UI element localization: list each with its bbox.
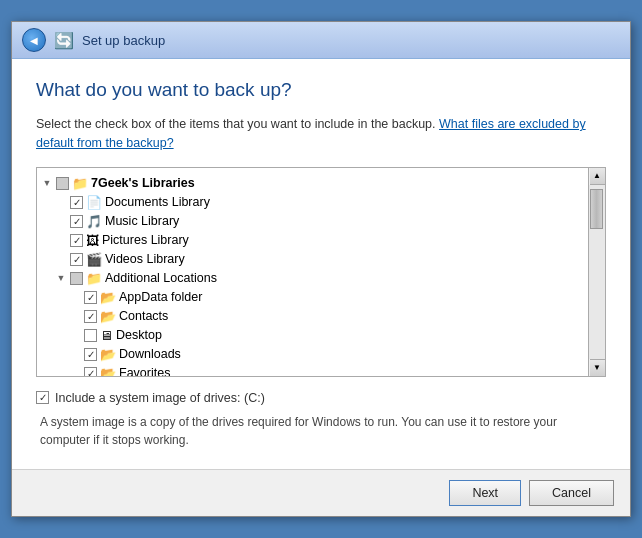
scrollbar-track[interactable] [589,185,605,359]
folder-icon-contacts: 📂 [100,309,116,324]
checkbox-documents[interactable] [70,196,83,209]
checkbox-additional[interactable] [70,272,83,285]
tree-content: ▼ 📁 7Geek's Libraries 📄 Documents Librar… [37,168,588,376]
folder-icon-music: 🎵 [86,214,102,229]
label-videos: Videos Library [105,252,185,266]
checkbox-videos[interactable] [70,253,83,266]
tree-scrollbar[interactable]: ▲ ▼ [588,168,605,376]
folder-icon-favorites: 📂 [100,366,116,376]
label-additional: Additional Locations [105,271,217,285]
checkbox-favorites[interactable] [84,367,97,376]
tree-item-desktop[interactable]: 🖥 Desktop [69,326,584,345]
scrollbar-down-button[interactable]: ▼ [590,359,605,376]
next-button[interactable]: Next [449,480,521,506]
content-area: What do you want to back up? Select the … [12,59,630,469]
folder-icon-documents: 📄 [86,195,102,210]
folder-icon-downloads: 📂 [100,347,116,362]
checkbox-libraries[interactable] [56,177,69,190]
checkbox-desktop[interactable] [84,329,97,342]
label-pictures: Pictures Library [102,233,189,247]
backup-tree-panel: ▼ 📁 7Geek's Libraries 📄 Documents Librar… [36,167,606,377]
folder-icon-additional: 📁 [86,271,102,286]
main-window: 🔄 Set up backup What do you want to back… [11,21,631,517]
system-image-label: Include a system image of drives: (C:) [55,391,265,405]
tree-item-documents[interactable]: 📄 Documents Library [55,193,584,212]
folder-icon-libraries: 📁 [72,176,88,191]
system-info-text: A system image is a copy of the drives r… [36,413,606,449]
label-documents: Documents Library [105,195,210,209]
tree-item-contacts[interactable]: 📂 Contacts [69,307,584,326]
title-bar: 🔄 Set up backup [12,22,630,59]
checkbox-music[interactable] [70,215,83,228]
tree-item-videos[interactable]: 🎬 Videos Library [55,250,584,269]
page-title: What do you want to back up? [36,79,606,101]
title-bar-text: Set up backup [82,33,165,48]
checkbox-appdata[interactable] [84,291,97,304]
checkbox-pictures[interactable] [70,234,83,247]
label-music: Music Library [105,214,179,228]
tree-item-pictures[interactable]: 🖼 Pictures Library [55,231,584,250]
scrollbar-up-button[interactable]: ▲ [590,168,605,185]
expand-icon-additional[interactable]: ▼ [55,272,67,284]
description: Select the check box of the items that y… [36,115,606,153]
tree-item-additional[interactable]: ▼ 📁 Additional Locations [55,269,584,288]
label-appdata: AppData folder [119,290,202,304]
scrollbar-thumb[interactable] [590,189,603,229]
folder-icon-appdata: 📂 [100,290,116,305]
description-text: Select the check box of the items that y… [36,117,436,131]
checkbox-contacts[interactable] [84,310,97,323]
label-downloads: Downloads [119,347,181,361]
backup-icon: 🔄 [54,31,74,50]
folder-icon-videos: 🎬 [86,252,102,267]
label-desktop: Desktop [116,328,162,342]
folder-icon-desktop: 🖥 [100,328,113,343]
checkbox-system-image[interactable] [36,391,49,404]
tree-item-music[interactable]: 🎵 Music Library [55,212,584,231]
folder-icon-pictures: 🖼 [86,233,99,248]
label-favorites: Favorites [119,366,170,376]
back-button[interactable] [22,28,46,52]
tree-item-favorites[interactable]: 📂 Favorites [69,364,584,376]
label-contacts: Contacts [119,309,168,323]
tree-item-appdata[interactable]: 📂 AppData folder [69,288,584,307]
system-image-row: Include a system image of drives: (C:) [36,377,606,413]
cancel-button[interactable]: Cancel [529,480,614,506]
footer: Next Cancel [12,469,630,516]
checkbox-downloads[interactable] [84,348,97,361]
tree-item-downloads[interactable]: 📂 Downloads [69,345,584,364]
label-libraries: 7Geek's Libraries [91,176,195,190]
expand-icon-libraries[interactable]: ▼ [41,177,53,189]
tree-item-libraries[interactable]: ▼ 📁 7Geek's Libraries [41,174,584,193]
